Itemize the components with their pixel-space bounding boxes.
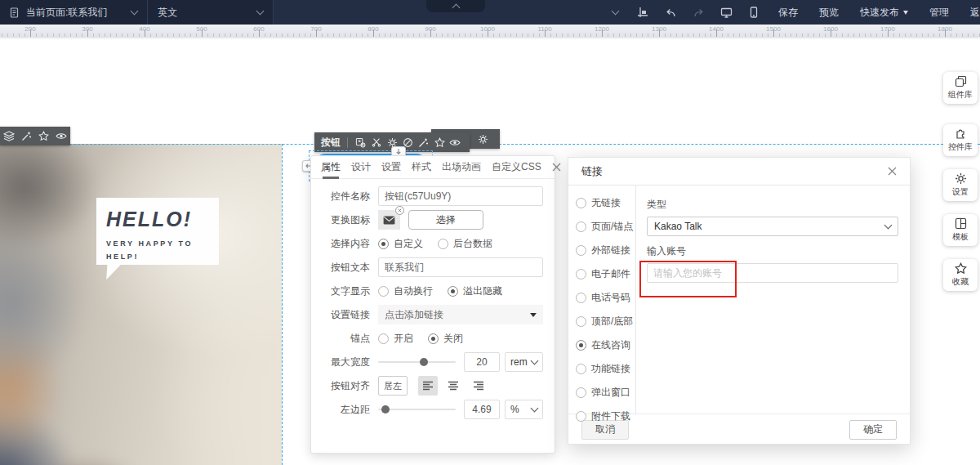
- option-popup-window[interactable]: 弹出窗口: [576, 386, 635, 400]
- link-detail-form: 类型 Kakao Talk 输入账号: [636, 186, 910, 414]
- tab-custom-css[interactable]: 自定义CSS: [492, 156, 541, 179]
- radio-icon: [576, 316, 586, 327]
- option-no-link[interactable]: 无链接: [576, 196, 635, 210]
- tab-attributes[interactable]: 属性: [321, 156, 341, 179]
- left-margin-value-input[interactable]: [464, 400, 500, 419]
- save-button[interactable]: 保存: [768, 0, 808, 25]
- option-phone-number[interactable]: 电话号码: [576, 291, 635, 305]
- type-select[interactable]: Kakao Talk: [647, 217, 898, 236]
- link-dialog: 链接 无链接 页面/锚点 外部链接 电子邮件 电话号码 顶部/底部 在线咨询 功…: [568, 157, 911, 445]
- preview-button[interactable]: 预览: [808, 0, 849, 25]
- redo-icon[interactable]: [684, 0, 712, 25]
- star-icon[interactable]: [431, 132, 447, 152]
- ruler-label: 800: [368, 25, 378, 33]
- radio-anchor-off[interactable]: 关闭: [428, 332, 463, 346]
- eye-icon[interactable]: [53, 127, 71, 146]
- type-select-value: Kakao Talk: [654, 221, 702, 232]
- gear-icon: [955, 172, 967, 185]
- button-text-input[interactable]: [378, 257, 543, 277]
- max-width-slider[interactable]: [378, 361, 456, 363]
- section-guide-vertical: [282, 144, 283, 465]
- confirm-button[interactable]: 确定: [849, 420, 897, 440]
- align-left-icon[interactable]: [418, 376, 438, 396]
- quick-publish-button[interactable]: 快速发布: [849, 0, 919, 25]
- close-icon[interactable]: [888, 167, 897, 176]
- option-page-anchor[interactable]: 页面/锚点: [576, 220, 635, 234]
- undo-icon[interactable]: [657, 0, 684, 25]
- account-input[interactable]: [647, 263, 898, 283]
- dropdown-chevron-button[interactable]: [601, 0, 629, 25]
- snap-guide-icon[interactable]: [629, 0, 657, 25]
- option-email[interactable]: 电子邮件: [576, 267, 635, 281]
- radio-icon: [378, 239, 389, 249]
- sidebar-item-component-library[interactable]: 组件库: [943, 72, 978, 104]
- horizontal-ruler: 2003004005006007008009001000110012001300…: [0, 25, 980, 37]
- tab-settings[interactable]: 设置: [381, 156, 401, 179]
- change-icon-row: 更换图标 选择: [323, 210, 543, 230]
- sidebar-item-favorites[interactable]: 收藏: [943, 259, 978, 291]
- max-width-unit-select[interactable]: rem: [505, 352, 543, 372]
- control-name-row: 控件名称: [323, 186, 543, 206]
- current-page-selector[interactable]: 当前页面:联系我们: [0, 0, 148, 25]
- left-margin-row: 左边距 %: [323, 400, 543, 419]
- close-icon[interactable]: [552, 163, 561, 172]
- select-icon-button[interactable]: 选择: [408, 210, 483, 230]
- radio-word-wrap[interactable]: 自动换行: [378, 284, 433, 298]
- hero-subline: VERY HAPPY TO HELP!: [106, 237, 203, 263]
- option-attachment-download[interactable]: 附件下载: [576, 409, 635, 423]
- radio-backend-data[interactable]: 后台数据: [438, 237, 492, 251]
- magic-wand-icon[interactable]: [18, 127, 36, 146]
- tab-design[interactable]: 设计: [351, 156, 371, 179]
- eye-icon[interactable]: [448, 132, 463, 152]
- ruler-label: 1100: [537, 25, 551, 33]
- max-width-row: 最大宽度 rem: [323, 352, 543, 372]
- star-icon[interactable]: [35, 127, 53, 146]
- tab-entrance-animation[interactable]: 出场动画: [442, 156, 481, 179]
- radio-icon: [378, 286, 389, 297]
- slider-thumb[interactable]: [420, 358, 428, 366]
- ruler-label: 900: [425, 25, 435, 33]
- tab-style[interactable]: 样式: [412, 156, 431, 179]
- link-type-list: 无链接 页面/锚点 外部链接 电子邮件 电话号码 顶部/底部 在线咨询 功能链接…: [568, 186, 636, 414]
- remove-icon-badge[interactable]: [395, 206, 404, 215]
- max-width-value-input[interactable]: [464, 352, 500, 372]
- language-selector[interactable]: 英文: [148, 0, 274, 25]
- collapse-toolbar-tab[interactable]: [426, 0, 485, 12]
- align-right-icon[interactable]: [469, 376, 488, 396]
- section-toolbar: [0, 127, 70, 145]
- layers-icon[interactable]: [0, 127, 18, 146]
- gear-icon[interactable]: [474, 129, 492, 149]
- add-link-dropdown[interactable]: 点击添加链接: [378, 305, 543, 324]
- ruler-label: 1400: [709, 25, 724, 33]
- radio-icon: [428, 333, 439, 344]
- left-margin-slider[interactable]: [378, 409, 456, 410]
- hero-image[interactable]: HELLO! VERY HAPPY TO HELP!: [0, 144, 282, 465]
- cut-icon[interactable]: [368, 132, 384, 152]
- mobile-view-icon[interactable]: [740, 0, 768, 25]
- option-online-chat[interactable]: 在线咨询: [576, 338, 635, 352]
- ruler-label: 1800: [938, 25, 952, 33]
- ruler-label: 300: [82, 25, 92, 33]
- sidebar-item-settings[interactable]: 设置: [943, 169, 978, 201]
- radio-custom[interactable]: 自定义: [378, 237, 423, 251]
- option-external-link[interactable]: 外部链接: [576, 244, 635, 257]
- option-top-bottom[interactable]: 顶部/底部: [576, 315, 635, 329]
- left-margin-unit-select[interactable]: %: [505, 400, 543, 419]
- back-button[interactable]: 返: [960, 0, 980, 25]
- account-label: 输入账号: [647, 244, 898, 258]
- slider-thumb[interactable]: [381, 405, 390, 414]
- option-function-link[interactable]: 功能链接: [576, 362, 635, 376]
- chevron-down-icon: [531, 357, 539, 365]
- control-name-input[interactable]: [378, 186, 543, 206]
- chevron-down-icon: [531, 405, 539, 413]
- copy-element-icon[interactable]: [353, 132, 368, 152]
- sidebar-item-widget-library[interactable]: 控件库: [943, 124, 978, 156]
- manage-button[interactable]: 管理: [919, 0, 960, 25]
- magic-wand-icon[interactable]: [416, 132, 431, 152]
- align-center-icon[interactable]: [443, 376, 463, 396]
- radio-anchor-on[interactable]: 开启: [378, 332, 413, 346]
- current-icon-thumbnail[interactable]: [378, 210, 400, 230]
- sidebar-item-templates[interactable]: 模板: [943, 214, 978, 246]
- radio-overflow-hidden[interactable]: 溢出隐藏: [448, 284, 502, 298]
- desktop-view-icon[interactable]: [712, 0, 740, 25]
